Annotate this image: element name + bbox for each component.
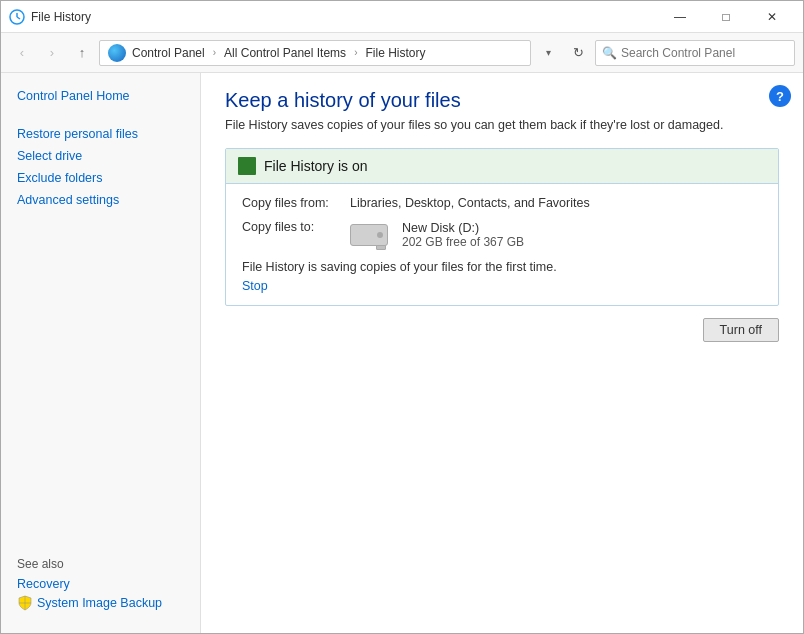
copy-to-row: Copy files to: New Disk (D:) 202 GB free… [242,220,762,250]
breadcrumb-part-3: File History [365,46,425,60]
sidebar-link-home[interactable]: Control Panel Home [1,85,200,107]
recovery-label: Recovery [17,577,70,591]
see-also-section: See also Recovery System Image Backup [1,545,200,621]
svg-line-2 [17,17,20,19]
sidebar-link-advanced[interactable]: Advanced settings [1,189,200,211]
page-subtitle: File History saves copies of your files … [225,118,779,132]
refresh-button[interactable]: ↻ [565,40,591,66]
drive-details: New Disk (D:) 202 GB free of 367 GB [402,221,524,249]
system-image-label: System Image Backup [37,596,162,610]
shield-icon [17,595,33,611]
sidebar-link-exclude[interactable]: Exclude folders [1,167,200,189]
sidebar-link-drive[interactable]: Select drive [1,145,200,167]
copy-from-label: Copy files from: [242,196,342,210]
window-title: File History [31,10,657,24]
address-input[interactable]: Control Panel › All Control Panel Items … [99,40,531,66]
see-also-title: See also [17,557,184,571]
content-area: ? Keep a history of your files File Hist… [201,73,803,633]
minimize-button[interactable]: — [657,1,703,33]
search-input[interactable] [621,46,788,60]
search-icon: 🔍 [602,46,617,60]
status-body: Copy files from: Libraries, Desktop, Con… [226,184,778,305]
hdd-connector [376,245,386,250]
up-button[interactable]: ↑ [69,40,95,66]
see-also-recovery[interactable]: Recovery [17,575,184,593]
title-bar: File History — □ ✕ [1,1,803,33]
drive-name: New Disk (D:) [402,221,524,235]
status-label: File History is on [264,158,367,174]
saving-text: File History is saving copies of your fi… [242,260,762,274]
copy-from-value: Libraries, Desktop, Contacts, and Favori… [350,196,590,210]
sidebar-link-restore[interactable]: Restore personal files [1,123,200,145]
app-window: File History — □ ✕ ‹ › ↑ Control Panel ›… [0,0,804,634]
window-controls: — □ ✕ [657,1,795,33]
see-also-system-image[interactable]: System Image Backup [17,593,184,613]
drive-size: 202 GB free of 367 GB [402,235,524,249]
main-area: Control Panel Home Restore personal file… [1,73,803,633]
forward-button[interactable]: › [39,40,65,66]
maximize-button[interactable]: □ [703,1,749,33]
close-button[interactable]: ✕ [749,1,795,33]
hdd-body [350,224,388,246]
globe-icon [108,44,126,62]
search-box: 🔍 [595,40,795,66]
breadcrumb-separator-2: › [354,47,357,58]
window-icon [9,9,25,25]
stop-link[interactable]: Stop [242,279,268,293]
back-button[interactable]: ‹ [9,40,35,66]
address-dropdown-button[interactable]: ▾ [535,40,561,66]
turn-off-button[interactable]: Turn off [703,318,779,342]
sidebar: Control Panel Home Restore personal file… [1,73,201,633]
address-bar: ‹ › ↑ Control Panel › All Control Panel … [1,33,803,73]
turn-off-row: Turn off [225,318,779,342]
drive-icon [350,220,390,250]
status-indicator [238,157,256,175]
copy-from-row: Copy files from: Libraries, Desktop, Con… [242,196,762,210]
copy-to-label: Copy files to: [242,220,342,250]
help-button[interactable]: ? [769,85,791,107]
status-box: File History is on Copy files from: Libr… [225,148,779,306]
page-title: Keep a history of your files [225,89,779,112]
breadcrumb-part-1: Control Panel [132,46,205,60]
status-header: File History is on [226,149,778,184]
breadcrumb-part-2: All Control Panel Items [224,46,346,60]
breadcrumb-separator-1: › [213,47,216,58]
drive-info-row: New Disk (D:) 202 GB free of 367 GB [350,220,524,250]
